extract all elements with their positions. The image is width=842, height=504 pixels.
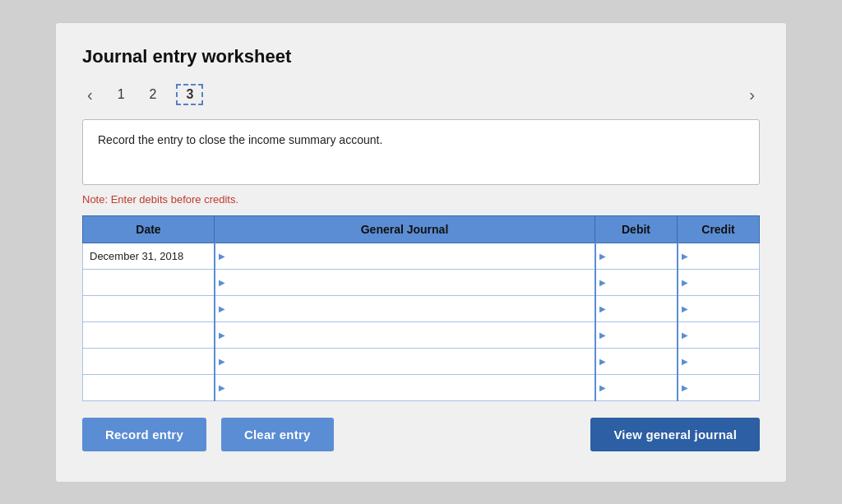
debit-cell-5[interactable] bbox=[595, 348, 678, 374]
page-title: Journal entry worksheet bbox=[82, 46, 760, 67]
nav-item-3[interactable]: 3 bbox=[176, 84, 203, 105]
credit-cell-4[interactable] bbox=[678, 321, 760, 348]
debit-input-3[interactable] bbox=[596, 296, 677, 321]
journal-input-3[interactable] bbox=[215, 296, 594, 321]
journal-cell-2[interactable] bbox=[215, 269, 595, 295]
credit-input-5[interactable] bbox=[678, 349, 760, 374]
journal-input-6[interactable] bbox=[215, 375, 594, 400]
instruction-text: Record the entry to close the income sum… bbox=[98, 133, 382, 146]
nav-item-1[interactable]: 1 bbox=[113, 86, 130, 104]
journal-input-2[interactable] bbox=[215, 270, 594, 295]
date-cell-3 bbox=[83, 295, 215, 321]
journal-cell-5[interactable] bbox=[215, 348, 595, 374]
journal-input-4[interactable] bbox=[215, 322, 594, 348]
table-row: December 31, 2018 bbox=[83, 243, 760, 269]
credit-cell-2[interactable] bbox=[678, 269, 760, 295]
date-cell-2 bbox=[83, 269, 215, 295]
debit-cell-3[interactable] bbox=[595, 295, 678, 321]
debit-input-6[interactable] bbox=[596, 375, 677, 400]
journal-cell-1[interactable] bbox=[215, 243, 595, 269]
table-row bbox=[83, 348, 760, 374]
journal-cell-4[interactable] bbox=[215, 321, 595, 348]
journal-input-5[interactable] bbox=[215, 349, 594, 374]
debit-cell-1[interactable] bbox=[595, 243, 678, 269]
debit-input-1[interactable] bbox=[596, 243, 677, 269]
col-header-credit: Credit bbox=[678, 215, 760, 243]
debit-input-2[interactable] bbox=[596, 270, 677, 295]
credit-input-4[interactable] bbox=[678, 322, 760, 348]
journal-cell-3[interactable] bbox=[215, 295, 595, 321]
journal-cell-6[interactable] bbox=[215, 374, 595, 400]
debit-cell-6[interactable] bbox=[595, 374, 678, 400]
table-row bbox=[83, 295, 760, 321]
nav-row: ‹ 1 2 3 › bbox=[82, 84, 760, 106]
col-header-date: Date bbox=[83, 215, 215, 243]
journal-input-1[interactable] bbox=[215, 243, 594, 269]
nav-right-arrow[interactable]: › bbox=[744, 84, 760, 106]
credit-cell-1[interactable] bbox=[678, 243, 760, 269]
nav-item-2[interactable]: 2 bbox=[145, 86, 162, 104]
debit-input-5[interactable] bbox=[596, 349, 677, 374]
button-row: Record entry Clear entry View general jo… bbox=[82, 418, 760, 451]
debit-cell-2[interactable] bbox=[595, 269, 678, 295]
credit-input-1[interactable] bbox=[678, 243, 760, 269]
credit-cell-6[interactable] bbox=[678, 374, 760, 400]
col-header-journal: General Journal bbox=[215, 215, 595, 243]
date-cell-4 bbox=[83, 321, 215, 348]
table-row bbox=[83, 374, 760, 400]
clear-entry-button[interactable]: Clear entry bbox=[221, 418, 334, 451]
worksheet-container: Journal entry worksheet ‹ 1 2 3 › Record… bbox=[55, 22, 787, 483]
credit-input-2[interactable] bbox=[678, 270, 760, 295]
journal-table: Date General Journal Debit Credit Decemb… bbox=[82, 215, 760, 401]
table-row bbox=[83, 321, 760, 348]
credit-input-6[interactable] bbox=[678, 375, 760, 400]
date-cell-1: December 31, 2018 bbox=[83, 243, 215, 269]
table-row bbox=[83, 269, 760, 295]
nav-left-arrow[interactable]: ‹ bbox=[82, 84, 98, 106]
debit-input-4[interactable] bbox=[596, 322, 677, 348]
date-cell-5 bbox=[83, 348, 215, 374]
record-entry-button[interactable]: Record entry bbox=[82, 418, 206, 451]
debit-cell-4[interactable] bbox=[595, 321, 678, 348]
view-general-journal-button[interactable]: View general journal bbox=[590, 418, 760, 451]
credit-cell-3[interactable] bbox=[678, 295, 760, 321]
credit-cell-5[interactable] bbox=[678, 348, 760, 374]
instruction-box: Record the entry to close the income sum… bbox=[82, 119, 760, 185]
date-cell-6 bbox=[83, 374, 215, 400]
col-header-debit: Debit bbox=[595, 215, 678, 243]
note-text: Note: Enter debits before credits. bbox=[82, 193, 760, 206]
credit-input-3[interactable] bbox=[678, 296, 760, 321]
